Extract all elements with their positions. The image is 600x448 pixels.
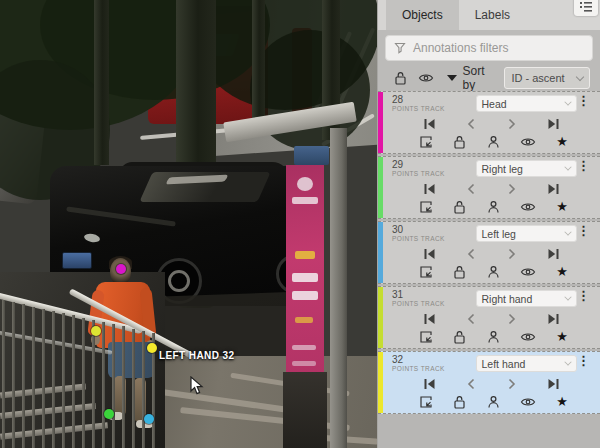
lock-all-button[interactable] [390, 71, 410, 85]
track-item[interactable]: 29 POINTS TRACK Right leg ⋮ [378, 156, 600, 219]
occluded-button[interactable] [487, 135, 500, 149]
track-id: 31 [392, 290, 476, 300]
video-canvas[interactable]: LEFT HAND 32 [0, 0, 377, 448]
track-label-select[interactable]: Left hand [476, 355, 577, 372]
skip-last-icon [547, 183, 560, 195]
right-hand-point[interactable] [91, 326, 101, 336]
track-type: POINTS TRACK [392, 171, 476, 178]
keyframe-button[interactable]: ★ [556, 330, 568, 343]
next-keyframe-button[interactable] [507, 313, 517, 325]
switch-outside-button[interactable] [419, 200, 433, 214]
lock-button[interactable] [453, 135, 466, 149]
next-keyframe-button[interactable] [507, 118, 517, 130]
track-item[interactable]: 30 POINTS TRACK Left leg ⋮ [378, 221, 600, 284]
track-menu-button[interactable]: ⋮ [577, 160, 590, 172]
first-keyframe-button[interactable] [423, 378, 436, 390]
previous-keyframe-button[interactable] [466, 378, 476, 390]
next-keyframe-button[interactable] [507, 248, 517, 260]
track-type: POINTS TRACK [392, 301, 476, 308]
last-keyframe-button[interactable] [547, 183, 560, 195]
previous-keyframe-button[interactable] [466, 118, 476, 130]
occluded-button[interactable] [487, 395, 500, 409]
blue-sign [294, 146, 329, 165]
switch-outside-button[interactable] [419, 265, 433, 279]
left-leg-point[interactable] [144, 414, 154, 424]
keyframe-button[interactable]: ★ [556, 200, 568, 213]
chevron-down-icon [564, 98, 571, 105]
hide-button[interactable] [520, 396, 536, 408]
switch-outside-button[interactable] [419, 135, 433, 149]
next-keyframe-button[interactable] [507, 378, 517, 390]
hide-button[interactable] [520, 136, 536, 148]
switch-outside-button[interactable] [419, 395, 433, 409]
eye-icon [520, 266, 536, 278]
lock-button[interactable] [453, 330, 466, 344]
track-label-value: Head [482, 98, 565, 110]
hide-button[interactable] [520, 201, 536, 213]
sort-order-select[interactable]: ID - ascent [504, 67, 590, 89]
lock-icon [453, 135, 466, 149]
track-color-bar [378, 157, 383, 218]
track-menu-button[interactable]: ⋮ [577, 355, 590, 367]
track-label-select[interactable]: Left leg [476, 225, 577, 242]
right-leg-point[interactable] [104, 409, 114, 419]
head-point[interactable] [116, 264, 126, 274]
track-color-bar [378, 352, 383, 413]
first-keyframe-button[interactable] [423, 118, 436, 130]
tab-objects[interactable]: Objects [386, 0, 459, 30]
next-keyframe-button[interactable] [507, 183, 517, 195]
last-keyframe-button[interactable] [547, 313, 560, 325]
sidebar-collapse-button[interactable] [574, 0, 598, 16]
track-item[interactable]: 28 POINTS TRACK Head ⋮ [378, 91, 600, 154]
eye-icon [418, 72, 434, 84]
switch-outside-button[interactable] [419, 330, 433, 344]
tab-labels[interactable]: Labels [459, 0, 526, 30]
keyframe-button[interactable]: ★ [556, 265, 568, 278]
track-menu-button[interactable]: ⋮ [577, 225, 590, 237]
occluded-button[interactable] [487, 265, 500, 279]
annotations-filter-input[interactable]: Annotations filters [385, 35, 593, 61]
hide-button[interactable] [520, 266, 536, 278]
keyframe-button[interactable]: ★ [556, 395, 568, 408]
hide-all-button[interactable] [416, 72, 436, 84]
track-label-select[interactable]: Head [476, 95, 577, 112]
track-label-value: Right hand [482, 293, 565, 305]
expand-all-button[interactable] [442, 75, 462, 81]
occluded-button[interactable] [487, 330, 500, 344]
occluded-button[interactable] [487, 200, 500, 214]
track-color-bar [378, 287, 383, 348]
left-hand-point[interactable] [147, 343, 157, 353]
last-keyframe-button[interactable] [547, 378, 560, 390]
hide-button[interactable] [520, 331, 536, 343]
track-label-value: Right leg [482, 163, 565, 175]
lock-icon [453, 200, 466, 214]
chevron-down-icon [564, 293, 571, 300]
track-item[interactable]: 31 POINTS TRACK Right hand ⋮ [378, 286, 600, 349]
track-label-value: Left leg [482, 228, 565, 240]
skip-last-icon [547, 118, 560, 130]
first-keyframe-button[interactable] [423, 248, 436, 260]
first-keyframe-button[interactable] [423, 313, 436, 325]
track-menu-button[interactable]: ⋮ [577, 290, 590, 302]
first-keyframe-button[interactable] [423, 183, 436, 195]
track-menu-button[interactable]: ⋮ [577, 95, 590, 107]
track-label-select[interactable]: Right leg [476, 160, 577, 177]
lock-button[interactable] [453, 200, 466, 214]
previous-keyframe-button[interactable] [466, 183, 476, 195]
lock-button[interactable] [453, 395, 466, 409]
lock-button[interactable] [453, 265, 466, 279]
skip-first-icon [423, 183, 436, 195]
skip-first-icon [423, 118, 436, 130]
previous-keyframe-button[interactable] [466, 248, 476, 260]
chevron-down-icon [564, 163, 571, 170]
last-keyframe-button[interactable] [547, 248, 560, 260]
eye-icon [520, 201, 536, 213]
previous-keyframe-button[interactable] [466, 313, 476, 325]
track-label-select[interactable]: Right hand [476, 290, 577, 307]
track-item[interactable]: 32 POINTS TRACK Left hand ⋮ [378, 351, 600, 414]
track-id: 30 [392, 225, 476, 235]
chevron-right-icon [507, 378, 517, 390]
sidebar-tabs: Objects Labels [378, 0, 600, 30]
keyframe-button[interactable]: ★ [556, 135, 568, 148]
last-keyframe-button[interactable] [547, 118, 560, 130]
